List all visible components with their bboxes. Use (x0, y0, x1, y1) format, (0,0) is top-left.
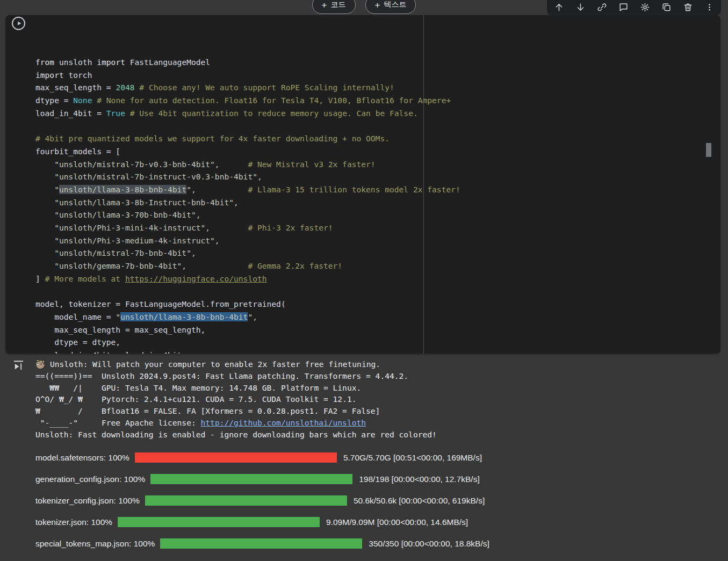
progress-stats: 9.09M/9.09M [00:00<00:00, 14.6MB/s] (326, 517, 468, 527)
output-controls-icon (12, 358, 25, 372)
progress-stats: 5.70G/5.70G [00:51<00:00, 169MB/s] (343, 453, 482, 463)
code-line (35, 285, 720, 298)
code-line: model_name = "unsloth/llama-3-8b-bnb-4bi… (35, 311, 720, 323)
output-content: 🦥 Unsloth: Will patch your computer to e… (31, 354, 720, 555)
code-line (35, 120, 720, 133)
progress-row: tokenizer_config.json: 100%50.6k/50.6k [… (35, 490, 720, 512)
code-line: "unsloth/gemma-7b-bnb-4bit", # Gemma 2.2… (35, 260, 720, 272)
output-line: ₩ / Bfloat16 = FALSE. FA [Xformers = 0.0… (35, 405, 720, 417)
column-ruler (423, 15, 424, 354)
progress-label: special_tokens_map.json: 100% (35, 539, 155, 549)
progress-row: model.safetensors: 100%5.70G/5.70G [00:5… (35, 447, 720, 469)
cell-gutter (5, 15, 31, 354)
progress-stats: 198/198 [00:00<00:00, 12.7kB/s] (359, 474, 480, 484)
progress-stats: 50.6k/50.6k [00:00<00:00, 619kB/s] (354, 496, 485, 506)
code-comment-link[interactable]: https://huggingface.co/unsloth (125, 274, 267, 283)
progress-label: tokenizer.json: 100% (35, 517, 112, 527)
link-icon (597, 2, 607, 12)
progress-bar-fill (145, 495, 347, 506)
code-content: from unsloth import FastLanguageModelimp… (35, 56, 720, 354)
comment-icon (618, 2, 629, 12)
code-line: "unsloth/mistral-7b-bnb-4bit", (35, 247, 720, 260)
output-link[interactable]: http://github.com/unslothai/unsloth (201, 418, 366, 427)
progress-bar-fill (135, 452, 337, 463)
progress-bar (118, 517, 320, 527)
output-line: O^O/ ₩_/ ₩ Pytorch: 2.4.1+cu121. CUDA = … (35, 393, 720, 405)
copy-link-to-cell-button[interactable] (591, 0, 612, 15)
progress-bar (160, 538, 362, 549)
code-line: "unsloth/mistral-7b-v0.3-bnb-4bit", # Ne… (35, 158, 720, 171)
output-line: Unsloth: Fast downloading is enabled - i… (35, 429, 720, 441)
progress-bar-fill (118, 517, 320, 527)
progress-bar (135, 452, 337, 463)
code-line: model, tokenizer = FastLanguageModel.fro… (35, 298, 720, 311)
output-line: ₩₩ /| GPU: Tesla T4. Max memory: 14.748 … (35, 382, 720, 394)
add-code-button[interactable]: + 코드 (312, 0, 356, 14)
code-line: import torch (35, 69, 720, 82)
run-cell-button[interactable] (12, 17, 25, 30)
add-comment-button[interactable] (612, 0, 634, 15)
colab-notebook: + 코드 + 텍스트 from unsloth import FastLangu… (0, 0, 728, 561)
move-cell-up-button[interactable] (548, 0, 570, 15)
code-editor[interactable]: from unsloth import FastLanguageModelimp… (31, 15, 720, 354)
code-line: dtype = None # None for auto detection. … (35, 94, 720, 107)
code-line: "unsloth/llama-3-70b-bnb-4bit", (35, 208, 720, 221)
code-line: load_in_4bit = True # Use 4bit quantizat… (35, 107, 720, 120)
progress-label: model.safetensors: 100% (35, 453, 129, 463)
more-cell-actions-button[interactable] (698, 0, 720, 15)
code-line: load_in_4bit = load_in_4bit, (35, 349, 720, 354)
download-progress-list: model.safetensors: 100%5.70G/5.70G [00:5… (35, 447, 720, 555)
progress-label: tokenizer_config.json: 100% (35, 496, 140, 506)
progress-bar (145, 495, 347, 506)
arrow-down-icon (575, 2, 586, 12)
add-text-label: 텍스트 (384, 0, 406, 10)
progress-label: generation_config.json: 100% (35, 474, 145, 484)
progress-row: special_tokens_map.json: 100%350/350 [00… (35, 533, 720, 555)
editor-settings-button[interactable] (634, 0, 655, 15)
add-text-button[interactable]: + 텍스트 (365, 0, 416, 14)
progress-row: generation_config.json: 100%198/198 [00:… (35, 469, 720, 490)
copy-tab-icon (661, 2, 672, 12)
code-cell: from unsloth import FastLanguageModelimp… (5, 15, 720, 354)
code-line: "unsloth/llama-3-8b-Instruct-bnb-4bit", (35, 196, 720, 209)
mirror-cell-in-tab-button[interactable] (655, 0, 677, 15)
progress-bar-fill (150, 474, 352, 484)
code-line: # 4bit pre quantized models we support f… (35, 132, 720, 145)
code-line: dtype = dtype, (35, 336, 720, 349)
editor-scrollbar-thumb[interactable] (706, 143, 711, 157)
output-area: 🦥 Unsloth: Will patch your computer to e… (5, 354, 720, 555)
output-gutter (5, 354, 31, 555)
code-line: "unsloth/llama-3-8b-bnb-4bit", # Llama-3… (35, 183, 720, 196)
output-line: 🦥 Unsloth: Will patch your computer to e… (35, 358, 720, 370)
code-line: fourbit_models = [ (35, 145, 720, 158)
code-line: from unsloth import FastLanguageModel (35, 56, 720, 69)
code-line: "unsloth/Phi-3-medium-4k-instruct", (35, 234, 720, 247)
progress-bar (150, 474, 352, 484)
play-icon (16, 20, 22, 26)
output-line: "-____-" Free Apache license: http://git… (35, 417, 720, 429)
output-line: ==((====))== Unsloth 2024.9.post4: Fast … (35, 370, 720, 382)
trash-icon (683, 2, 693, 12)
move-cell-down-button[interactable] (570, 0, 591, 15)
code-line: ] # More models at https://huggingface.c… (35, 272, 720, 285)
progress-bar-fill (160, 538, 362, 549)
occurrence-highlight: unsloth/llama-3-8b-bnb-4bit (59, 185, 186, 194)
code-line: max_seq_length = max_seq_length, (35, 323, 720, 336)
code-line: max_seq_length = 2048 # Choose any! We a… (35, 81, 720, 94)
plus-icon: + (322, 1, 327, 10)
delete-cell-button[interactable] (677, 0, 698, 15)
more-vert-icon (704, 2, 715, 12)
output-text: 🦥 Unsloth: Will patch your computer to e… (35, 358, 720, 441)
code-line: "unsloth/mistral-7b-instruct-v0.3-bnb-4b… (35, 170, 720, 183)
gear-icon (640, 2, 650, 12)
add-code-label: 코드 (331, 0, 346, 10)
output-options-button[interactable] (10, 357, 26, 372)
plus-icon: + (375, 1, 380, 10)
cell-toolbar (547, 0, 721, 15)
progress-stats: 350/350 [00:00<00:00, 18.8kB/s] (369, 539, 489, 549)
arrow-up-icon (554, 2, 564, 12)
code-line: "unsloth/Phi-3-mini-4k-instruct", # Phi-… (35, 221, 720, 234)
progress-row: tokenizer.json: 100%9.09M/9.09M [00:00<0… (35, 512, 720, 533)
selection-highlight: unsloth/llama-3-8b-bnb-4bit (120, 312, 248, 321)
